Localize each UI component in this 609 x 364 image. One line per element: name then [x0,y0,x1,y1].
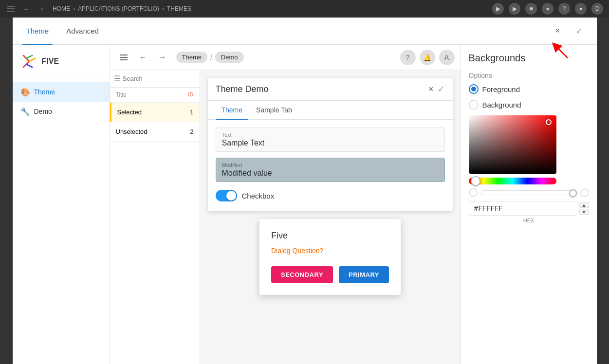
breadcrumb-chips: Theme / Demo [176,52,244,63]
hue-thumb [471,176,480,186]
forward-button[interactable]: ↑ [37,4,47,14]
bell-icon[interactable]: ● [575,3,587,15]
chip-demo[interactable]: Demo [215,52,244,63]
small-dialog-actions: SECONDARY PRIMARY [271,266,389,283]
hex-label: HEX [469,218,589,223]
help-circle-icon[interactable]: ? [400,50,416,65]
opacity-circle-right [580,188,589,197]
app-sidebar: FIVE 🎨 Theme 🔧 Demo [13,45,110,364]
text-field-value: Sample Text [222,139,439,147]
sidebar-nav: 🎨 Theme 🔧 Demo [13,78,110,125]
chip-theme[interactable]: Theme [176,52,207,63]
palette-icon: 🎨 [20,87,30,97]
toggle-switch[interactable] [216,190,237,201]
app-logo: FIVE [13,45,110,78]
list-row-unselected[interactable]: Unselected 2 [110,122,200,142]
wrench-icon: 🔧 [20,107,30,116]
options-label: Options [469,72,589,79]
radio-foreground[interactable]: Foreground [469,84,589,94]
main-modal: Theme Advanced × ✓ FIVE [13,18,597,364]
dialog-close-icon[interactable]: × [428,84,434,94]
small-dialog-question: Dialog Question? [271,247,389,255]
play-icon[interactable]: ▶ [492,3,504,15]
filter-icon: ☰ [114,74,121,83]
opacity-slider[interactable] [480,190,577,195]
nav-home[interactable]: HOME [53,5,70,12]
secondary-button[interactable]: SECONDARY [271,266,333,283]
row-selected-title: Selected [117,109,190,116]
nav-themes[interactable]: THEMES [167,5,191,12]
hex-spinners: ▲ ▼ [579,202,589,215]
row-selected-id: 1 [190,109,193,116]
opacity-circle [469,188,478,197]
small-dialog-title: Five [271,231,389,241]
search-input[interactable] [123,75,204,82]
modal-content: FIVE 🎨 Theme 🔧 Demo [13,45,597,364]
list-row-selected[interactable]: Selected 1 [110,103,200,122]
modal-tabs-header: Theme Advanced × ✓ [13,18,597,45]
tab-advanced[interactable]: Advanced [62,18,103,45]
user-avatar[interactable]: D [591,3,603,15]
toggle-thumb [226,191,236,200]
modified-field-value: Modified value [222,169,439,178]
breadcrumb-nav: HOME › APPLICATIONS (PORTFOLIO) › THEMES [53,5,191,12]
app-main-area: ☰ 🔍 Title ID Selected 1 [110,70,461,364]
confirm-button[interactable]: ✓ [572,23,587,39]
modal-actions: × ✓ [550,23,587,39]
color-cursor [546,119,552,125]
modified-field: Modified Modified value [216,158,445,182]
close-button[interactable]: × [550,23,566,39]
text-field-label: Text [222,132,439,138]
modal-overlay: Theme Advanced × ✓ FIVE [0,18,609,364]
bookmark-icon[interactable]: ■ [525,3,537,15]
col-id-label: ID [188,91,194,98]
modified-field-label: Modified [222,162,439,168]
dialog-tabs: Theme Sample Tab [208,101,453,120]
sidebar-item-theme[interactable]: 🎨 Theme [13,82,110,102]
toolbar-forward-icon[interactable]: → [155,50,170,65]
row-unselected-title: Unselected [116,128,190,135]
radio-background-label: Background [482,101,521,109]
checkbox-label: Checkbox [242,192,275,200]
list-header: Title ID [110,88,200,103]
radio-foreground-inner [471,87,476,91]
dialog-title: Theme Demo [216,84,428,94]
backgrounds-title: Backgrounds [469,53,589,64]
list-panel: ☰ 🔍 Title ID Selected 1 [110,70,200,364]
sidebar-item-demo[interactable]: 🔧 Demo [13,102,110,121]
dialog-check-icon[interactable]: ✓ [438,84,445,94]
help-icon[interactable]: ? [558,3,570,15]
settings-icon[interactable]: ▶ [509,3,520,15]
theme-dialog: Theme Demo × ✓ Theme Sample Tab Text [208,78,453,211]
color-picker: ▲ ▼ HEX [469,115,589,223]
sidebar-demo-label: Demo [34,108,52,115]
hex-input[interactable] [469,201,577,216]
hex-input-row: ▲ ▼ [469,201,589,216]
hex-up-button[interactable]: ▲ [579,202,589,208]
user-circle-icon[interactable]: A [439,50,455,65]
nav-applications[interactable]: APPLICATIONS (PORTFOLIO) [78,5,159,12]
dialog-tab-sample[interactable]: Sample Tab [250,101,298,120]
small-dialog: Five Dialog Question? SECONDARY PRIMARY [259,219,401,295]
col-title-label: Title [116,91,188,98]
hue-slider[interactable] [469,178,556,184]
app-toolbar: ← → Theme / Demo ? 🔔 A [110,45,461,70]
hex-down-button[interactable]: ▼ [579,209,589,215]
toolbar-hamburger-icon[interactable] [116,50,131,65]
back-button[interactable]: ← [21,4,31,14]
radio-background[interactable]: Background [469,100,589,109]
toolbar-right-icons: ? 🔔 A [400,50,455,65]
tab-theme[interactable]: Theme [22,18,53,45]
toolbar-back-icon[interactable]: ← [135,50,151,65]
bell-circle-icon[interactable]: 🔔 [420,50,435,65]
right-panel-backgrounds: Backgrounds Options Foreground Backgroun… [461,45,597,364]
color-gradient[interactable] [469,115,556,174]
hamburger-menu[interactable] [6,4,16,14]
breadcrumb-sep: / [210,54,212,61]
dialog-tab-theme[interactable]: Theme [216,101,249,120]
globe-icon[interactable]: ● [542,3,554,15]
gradient-dark-overlay [469,115,556,174]
demo-panel: Theme Demo × ✓ Theme Sample Tab Text [200,70,461,364]
app-content-area: ← → Theme / Demo ? 🔔 A [110,45,461,364]
primary-button[interactable]: PRIMARY [339,266,389,283]
